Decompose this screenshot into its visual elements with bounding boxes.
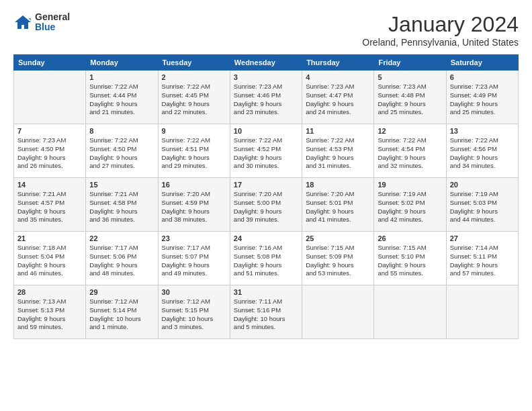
day-number: 1 [89,73,154,81]
calendar-cell: 17Sunrise: 7:20 AM Sunset: 5:00 PM Dayli… [230,178,302,232]
day-number: 9 [162,127,226,135]
day-number: 24 [234,234,298,242]
day-number: 13 [450,127,515,135]
calendar-cell: 24Sunrise: 7:16 AM Sunset: 5:08 PM Dayli… [230,232,302,285]
logo: General Blue [13,12,70,33]
day-number: 10 [234,127,298,135]
day-info: Sunrise: 7:15 AM Sunset: 5:09 PM Dayligh… [306,244,370,278]
day-number: 2 [162,73,226,81]
calendar-cell: 11Sunrise: 7:22 AM Sunset: 4:53 PM Dayli… [302,124,374,178]
calendar-cell: 26Sunrise: 7:15 AM Sunset: 5:10 PM Dayli… [374,232,446,285]
calendar-cell: 27Sunrise: 7:14 AM Sunset: 5:11 PM Dayli… [446,232,518,285]
weekday-header-wednesday: Wednesday [230,55,302,71]
day-number: 12 [378,127,442,135]
day-info: Sunrise: 7:16 AM Sunset: 5:08 PM Dayligh… [234,244,298,278]
calendar-body: 1Sunrise: 7:22 AM Sunset: 4:44 PM Daylig… [14,71,519,339]
weekday-header-thursday: Thursday [302,55,374,71]
calendar-cell: 12Sunrise: 7:22 AM Sunset: 4:54 PM Dayli… [374,124,446,178]
title-block: January 2024 Oreland, Pennsylvania, Unit… [362,12,519,48]
day-info: Sunrise: 7:23 AM Sunset: 4:49 PM Dayligh… [450,83,515,117]
weekday-header-sunday: Sunday [14,55,86,71]
calendar-cell: 31Sunrise: 7:11 AM Sunset: 5:16 PM Dayli… [230,285,302,339]
day-info: Sunrise: 7:21 AM Sunset: 4:58 PM Dayligh… [89,190,154,224]
day-number: 7 [17,127,82,135]
month-title: January 2024 [362,12,519,37]
day-number: 5 [378,73,442,81]
day-info: Sunrise: 7:15 AM Sunset: 5:10 PM Dayligh… [378,244,442,278]
day-number: 31 [234,288,298,296]
weekday-header-row: SundayMondayTuesdayWednesdayThursdayFrid… [14,55,519,71]
calendar-cell: 4Sunrise: 7:23 AM Sunset: 4:47 PM Daylig… [302,71,374,124]
day-info: Sunrise: 7:23 AM Sunset: 4:48 PM Dayligh… [378,83,442,117]
day-number: 23 [162,234,226,242]
day-info: Sunrise: 7:22 AM Sunset: 4:50 PM Dayligh… [89,136,154,171]
day-info: Sunrise: 7:13 AM Sunset: 5:13 PM Dayligh… [17,298,82,332]
day-info: Sunrise: 7:23 AM Sunset: 4:47 PM Dayligh… [306,83,370,117]
day-info: Sunrise: 7:22 AM Sunset: 4:45 PM Dayligh… [162,83,226,117]
logo-blue: Blue [35,22,70,32]
day-number: 27 [450,234,515,242]
calendar-header: SundayMondayTuesdayWednesdayThursdayFrid… [14,55,519,71]
calendar-cell: 5Sunrise: 7:23 AM Sunset: 4:48 PM Daylig… [374,71,446,124]
day-info: Sunrise: 7:12 AM Sunset: 5:15 PM Dayligh… [162,298,226,332]
location: Oreland, Pennsylvania, United States [362,37,519,48]
day-info: Sunrise: 7:23 AM Sunset: 4:50 PM Dayligh… [17,136,82,171]
calendar-cell: 13Sunrise: 7:22 AM Sunset: 4:56 PM Dayli… [446,124,518,178]
weekday-header-monday: Monday [86,55,158,71]
day-number: 20 [450,181,515,189]
day-info: Sunrise: 7:18 AM Sunset: 5:04 PM Dayligh… [17,244,82,278]
calendar-cell: 29Sunrise: 7:12 AM Sunset: 5:14 PM Dayli… [86,285,158,339]
calendar-cell: 28Sunrise: 7:13 AM Sunset: 5:13 PM Dayli… [14,285,86,339]
calendar-cell: 6Sunrise: 7:23 AM Sunset: 4:49 PM Daylig… [446,71,518,124]
logo-text: General Blue [35,12,70,33]
day-info: Sunrise: 7:22 AM Sunset: 4:53 PM Dayligh… [306,136,370,171]
day-number: 6 [450,73,515,81]
calendar-cell: 21Sunrise: 7:18 AM Sunset: 5:04 PM Dayli… [14,232,86,285]
calendar-week-4: 21Sunrise: 7:18 AM Sunset: 5:04 PM Dayli… [14,232,519,285]
calendar-cell: 18Sunrise: 7:20 AM Sunset: 5:01 PM Dayli… [302,178,374,232]
calendar-cell [374,285,446,339]
day-number: 19 [378,181,442,189]
calendar-cell [14,71,86,124]
day-info: Sunrise: 7:22 AM Sunset: 4:54 PM Dayligh… [378,136,442,171]
day-info: Sunrise: 7:11 AM Sunset: 5:16 PM Dayligh… [234,298,298,332]
weekday-header-saturday: Saturday [446,55,518,71]
calendar-cell: 19Sunrise: 7:19 AM Sunset: 5:02 PM Dayli… [374,178,446,232]
day-number: 14 [17,181,82,189]
day-info: Sunrise: 7:19 AM Sunset: 5:03 PM Dayligh… [450,190,515,224]
calendar-cell: 2Sunrise: 7:22 AM Sunset: 4:45 PM Daylig… [158,71,230,124]
calendar-cell: 3Sunrise: 7:23 AM Sunset: 4:46 PM Daylig… [230,71,302,124]
day-number: 26 [378,234,442,242]
calendar-cell: 9Sunrise: 7:22 AM Sunset: 4:51 PM Daylig… [158,124,230,178]
calendar-week-5: 28Sunrise: 7:13 AM Sunset: 5:13 PM Dayli… [14,285,519,339]
calendar-cell: 7Sunrise: 7:23 AM Sunset: 4:50 PM Daylig… [14,124,86,178]
calendar-cell: 22Sunrise: 7:17 AM Sunset: 5:06 PM Dayli… [86,232,158,285]
day-info: Sunrise: 7:20 AM Sunset: 4:59 PM Dayligh… [162,190,226,224]
day-number: 30 [162,288,226,296]
day-info: Sunrise: 7:22 AM Sunset: 4:44 PM Dayligh… [89,83,154,117]
day-number: 11 [306,127,370,135]
calendar-cell: 1Sunrise: 7:22 AM Sunset: 4:44 PM Daylig… [86,71,158,124]
day-number: 22 [89,234,154,242]
day-info: Sunrise: 7:20 AM Sunset: 5:01 PM Dayligh… [306,190,370,224]
day-info: Sunrise: 7:17 AM Sunset: 5:07 PM Dayligh… [162,244,226,278]
day-number: 3 [234,73,298,81]
calendar-week-1: 1Sunrise: 7:22 AM Sunset: 4:44 PM Daylig… [14,71,519,124]
day-info: Sunrise: 7:14 AM Sunset: 5:11 PM Dayligh… [450,244,515,278]
day-number: 16 [162,181,226,189]
day-number: 29 [89,288,154,296]
day-info: Sunrise: 7:19 AM Sunset: 5:02 PM Dayligh… [378,190,442,224]
calendar-cell: 10Sunrise: 7:22 AM Sunset: 4:52 PM Dayli… [230,124,302,178]
calendar-cell: 16Sunrise: 7:20 AM Sunset: 4:59 PM Dayli… [158,178,230,232]
calendar-week-3: 14Sunrise: 7:21 AM Sunset: 4:57 PM Dayli… [14,178,519,232]
day-info: Sunrise: 7:12 AM Sunset: 5:14 PM Dayligh… [89,298,154,332]
calendar-cell [302,285,374,339]
logo-general: General [35,12,70,22]
day-number: 15 [89,181,154,189]
calendar-cell: 14Sunrise: 7:21 AM Sunset: 4:57 PM Dayli… [14,178,86,232]
calendar-cell: 15Sunrise: 7:21 AM Sunset: 4:58 PM Dayli… [86,178,158,232]
calendar-cell [446,285,518,339]
logo-icon [13,13,32,32]
calendar-cell: 30Sunrise: 7:12 AM Sunset: 5:15 PM Dayli… [158,285,230,339]
day-number: 4 [306,73,370,81]
